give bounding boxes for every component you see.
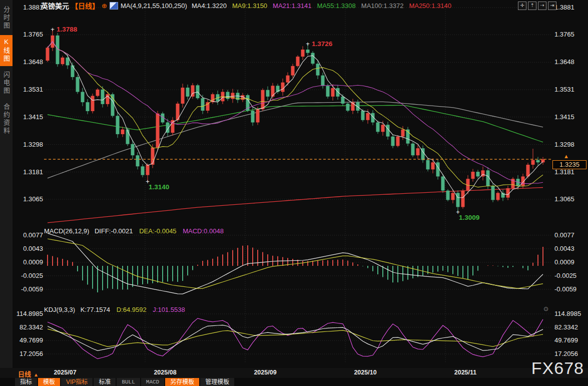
period-selector-label: 日线	[18, 370, 31, 378]
footer-tab-BULL[interactable]: BULL	[117, 378, 140, 386]
svg-text:1.3765: 1.3765	[554, 31, 574, 38]
svg-text:1.3415: 1.3415	[554, 113, 574, 121]
svg-text:0.0077: 0.0077	[23, 231, 43, 239]
svg-text:1.3009: 1.3009	[459, 214, 479, 221]
price-annotations: +1.3788+1.3726+1.3140+1.3009	[51, 26, 479, 222]
footer-tab-模板[interactable]: 模板	[38, 378, 60, 386]
svg-text:-0.0059: -0.0059	[554, 285, 576, 293]
svg-text:0.0009: 0.0009	[23, 258, 43, 266]
macd-plot	[48, 233, 543, 294]
kdj-d-value: D:64.9592	[117, 306, 147, 313]
svg-text:1.3181: 1.3181	[23, 168, 43, 176]
chart-canvas[interactable]: 1.38811.38811.37651.37651.36481.36481.35…	[0, 0, 588, 386]
svg-text:1.3648: 1.3648	[554, 58, 574, 66]
footer-tab-另存模板[interactable]: 另存模板	[165, 378, 199, 386]
last-price-badge: 1.3235	[552, 160, 586, 169]
chart-style-icon[interactable]	[110, 2, 118, 10]
kdj-settings-icon[interactable]: ⊙	[543, 305, 548, 312]
macd-pane-header: MACD(26,12,9) DIFF:-0.0021 DEA:-0.0045 M…	[44, 227, 224, 235]
svg-text:1.3065: 1.3065	[554, 195, 574, 203]
svg-text:1.3531: 1.3531	[23, 86, 43, 93]
chart-header: 英镑美元 【日线】 ⊕ MA(4,9,21,55,100,250) MA4:1.…	[13, 0, 588, 11]
macd-title: MACD(26,12,9)	[44, 227, 89, 235]
sidebar-tab-K线图[interactable]: K线图	[0, 35, 13, 66]
sidebar-tab-闪电图[interactable]: 闪电图	[0, 68, 13, 98]
indicator-settings-icon[interactable]: ⊕	[102, 2, 107, 10]
svg-text:1.3415: 1.3415	[23, 113, 43, 121]
ma-overlays-fast	[48, 42, 543, 198]
chevron-up-icon: ▲	[34, 372, 39, 377]
symbol-name: 英镑美元	[41, 1, 69, 11]
kdj-title: KDJ(9,3,3)	[44, 306, 75, 313]
svg-text:1.3648: 1.3648	[23, 58, 43, 66]
sidebar-tab-分时图[interactable]: 分时图	[0, 3, 13, 33]
candles-layer	[46, 30, 545, 213]
axis-labels: 1.38811.38811.37651.37651.36481.36481.35…	[17, 4, 581, 357]
ma-legend-item: MA100:1.3372	[361, 2, 404, 10]
x-axis-bar: 日线▲ 2025/072025/082025/092025/102025/11	[0, 368, 588, 378]
svg-text:114.8985: 114.8985	[554, 310, 581, 317]
shift-right-icon[interactable]: ⇥	[548, 2, 556, 10]
svg-text:0.0043: 0.0043	[554, 245, 574, 252]
x-axis-month-label: 2025/07	[48, 369, 83, 376]
kdj-pane-header: KDJ(9,3,3) K:77.1574 D:64.9592 J:101.553…	[44, 306, 185, 313]
footer-tab-指标[interactable]: 指标	[15, 378, 37, 386]
svg-text:49.7699: 49.7699	[20, 336, 43, 344]
sidebar-tab-合约资料[interactable]: 合约资料	[0, 100, 13, 138]
svg-text:-0.0059: -0.0059	[21, 285, 43, 293]
svg-text:0.0009: 0.0009	[554, 258, 574, 266]
svg-text:17.2056: 17.2056	[554, 350, 578, 357]
ma-legend-item: MA250:1.3140	[409, 2, 451, 10]
period-tag: 【日线】	[71, 1, 99, 11]
trading-app-window: 1.38811.38811.37651.37651.36481.36481.35…	[0, 0, 588, 386]
ma-overlays-slow	[48, 102, 543, 223]
footer-toolbar: 指标模板VIP指标标准BULLMACD另存模板管理模板	[0, 378, 588, 386]
axis-scale-y-icon[interactable]: ⇡	[528, 2, 536, 10]
x-axis-month-label: 2025/08	[148, 369, 183, 376]
svg-text:1.3298: 1.3298	[554, 141, 574, 148]
kdj-k-value: K:77.1574	[81, 306, 110, 313]
svg-text:1.3788: 1.3788	[57, 26, 78, 33]
svg-text:+: +	[306, 40, 310, 48]
svg-text:+: +	[51, 26, 55, 33]
svg-text:0.0043: 0.0043	[23, 245, 43, 252]
left-sidebar: 分时图K线图闪电图合约资料	[0, 0, 13, 368]
svg-text:1.3765: 1.3765	[23, 31, 43, 38]
svg-text:1.3726: 1.3726	[312, 40, 333, 48]
kdj-j-value: J:101.5538	[153, 306, 185, 313]
last-price-arrow-icon: ▲	[563, 153, 569, 159]
ma-params-label: MA(4,9,21,55,100,250)	[121, 2, 187, 10]
svg-text:82.3342: 82.3342	[554, 323, 578, 331]
svg-text:1.3531: 1.3531	[554, 86, 574, 93]
macd-macd-value: MACD:0.0048	[183, 227, 224, 235]
svg-text:1.3065: 1.3065	[23, 195, 43, 203]
period-selector[interactable]: 日线▲	[18, 369, 39, 378]
macd-dea-value: DEA:-0.0045	[139, 227, 176, 235]
watermark: FX678	[531, 358, 584, 378]
ma-legend-item: MA4:1.3220	[192, 2, 227, 10]
svg-text:-0.0025: -0.0025	[554, 272, 576, 279]
ma-legend: MA4:1.3220MA9:1.3150MA21:1.3141MA55:1.33…	[192, 1, 457, 10]
footer-tab-VIP指标[interactable]: VIP指标	[61, 378, 93, 386]
axis-scale-x-icon[interactable]: ⇢	[538, 2, 546, 10]
chart-toolbar: ✛⇡⇢⇥	[518, 2, 556, 10]
svg-text:49.7699: 49.7699	[554, 336, 578, 344]
svg-text:-0.0025: -0.0025	[21, 272, 43, 279]
pan-icon[interactable]: ✛	[518, 2, 526, 10]
ma-legend-item: MA9:1.3150	[232, 2, 267, 10]
svg-text:114.8985: 114.8985	[17, 310, 43, 317]
svg-text:1.3140: 1.3140	[149, 183, 169, 191]
macd-diff-value: DIFF:-0.0021	[95, 227, 133, 235]
svg-text:1.3298: 1.3298	[23, 141, 43, 148]
x-axis-month-label: 2025/09	[248, 369, 283, 376]
ma-legend-item: MA21:1.3141	[273, 2, 311, 10]
footer-tab-标准[interactable]: 标准	[94, 378, 116, 386]
kdj-plot	[48, 318, 543, 359]
x-axis-month-label: 2025/11	[448, 369, 483, 376]
footer-tab-MACD[interactable]: MACD	[141, 378, 164, 386]
footer-tab-管理模板[interactable]: 管理模板	[200, 378, 234, 386]
ma-legend-item: MA55:1.3308	[317, 2, 355, 10]
svg-text:0.0077: 0.0077	[554, 231, 574, 239]
svg-text:82.3342: 82.3342	[20, 323, 43, 331]
svg-text:17.2056: 17.2056	[20, 350, 43, 357]
